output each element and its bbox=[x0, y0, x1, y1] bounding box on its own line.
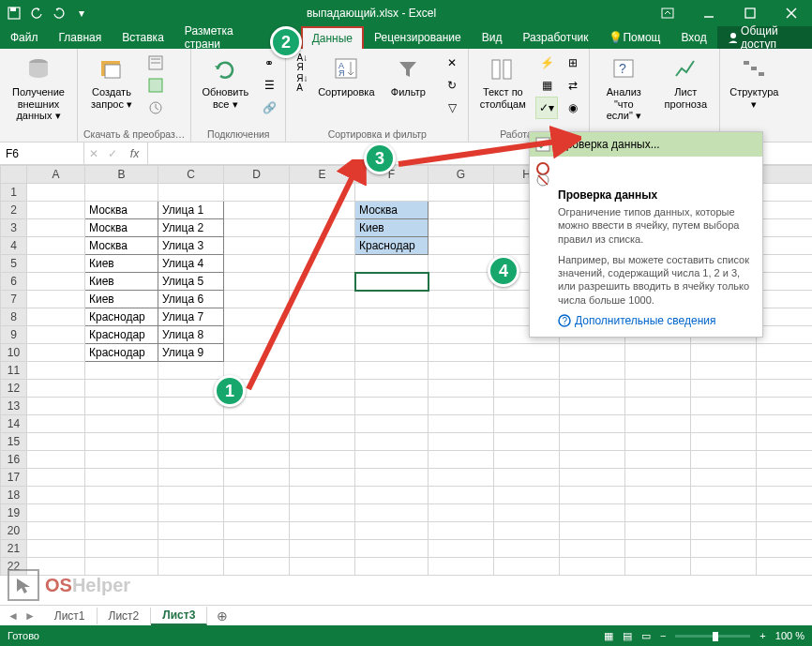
cell[interactable] bbox=[27, 291, 85, 308]
cell[interactable] bbox=[429, 540, 494, 558]
cell[interactable] bbox=[560, 522, 625, 540]
cell[interactable] bbox=[85, 184, 158, 202]
cell[interactable] bbox=[355, 184, 429, 202]
cell[interactable] bbox=[691, 522, 757, 540]
cell[interactable] bbox=[290, 469, 355, 487]
cell[interactable] bbox=[691, 380, 757, 398]
cell[interactable] bbox=[27, 326, 85, 344]
cell[interactable] bbox=[85, 487, 158, 504]
view-normal-icon[interactable]: ▦ bbox=[604, 630, 613, 642]
cell[interactable] bbox=[224, 273, 290, 291]
get-external-data-button[interactable]: Получение внешних данных ▾ bbox=[6, 53, 71, 124]
cell[interactable] bbox=[224, 237, 290, 255]
cell[interactable] bbox=[757, 380, 813, 398]
cell[interactable] bbox=[429, 380, 494, 398]
cell[interactable] bbox=[625, 558, 691, 576]
minimize-button[interactable] bbox=[688, 0, 729, 26]
cell[interactable] bbox=[27, 380, 85, 398]
cell[interactable] bbox=[625, 398, 691, 415]
cell[interactable] bbox=[290, 415, 355, 433]
cell[interactable] bbox=[27, 344, 85, 362]
cell[interactable] bbox=[757, 415, 813, 433]
sort-button[interactable]: AЯ Сортировка bbox=[318, 53, 374, 100]
cell[interactable] bbox=[290, 522, 355, 540]
edit-links-icon[interactable]: 🔗 bbox=[259, 98, 279, 118]
cell[interactable] bbox=[757, 398, 813, 415]
cell[interactable] bbox=[355, 308, 429, 326]
cell[interactable] bbox=[224, 540, 290, 558]
sheet-tab-1[interactable]: Лист1 bbox=[43, 608, 98, 624]
cell[interactable] bbox=[224, 504, 290, 522]
cell[interactable] bbox=[494, 469, 560, 487]
cell[interactable] bbox=[560, 398, 625, 415]
cell[interactable] bbox=[290, 433, 355, 451]
manage-data-model-icon[interactable]: ◉ bbox=[563, 98, 583, 118]
cell[interactable] bbox=[27, 522, 85, 540]
cell[interactable] bbox=[27, 433, 85, 451]
cell[interactable]: Улица 6 bbox=[158, 291, 224, 308]
cell[interactable] bbox=[494, 558, 560, 576]
cell[interactable]: Киев bbox=[85, 291, 158, 308]
cell[interactable]: Москва bbox=[85, 219, 158, 237]
cell[interactable] bbox=[560, 558, 625, 576]
cell[interactable] bbox=[625, 344, 691, 362]
share-button[interactable]: Общий доступ bbox=[717, 26, 812, 49]
cell[interactable]: Улица 4 bbox=[158, 255, 224, 273]
cell[interactable] bbox=[691, 362, 757, 380]
cell[interactable] bbox=[429, 362, 494, 380]
cell[interactable] bbox=[224, 202, 290, 219]
sort-desc-icon[interactable]: Я↓A bbox=[292, 73, 312, 94]
cell[interactable] bbox=[290, 380, 355, 398]
cell[interactable] bbox=[355, 415, 429, 433]
refresh-all-button[interactable]: Обновить все ▾ bbox=[197, 53, 253, 112]
cell[interactable] bbox=[290, 540, 355, 558]
cell[interactable] bbox=[757, 522, 813, 540]
cell[interactable] bbox=[355, 344, 429, 362]
cell[interactable] bbox=[290, 308, 355, 326]
cell[interactable]: Москва bbox=[355, 202, 429, 219]
cell[interactable] bbox=[290, 504, 355, 522]
cell[interactable] bbox=[691, 398, 757, 415]
cell[interactable] bbox=[290, 202, 355, 219]
ribbon-options-icon[interactable] bbox=[647, 0, 688, 26]
row-header[interactable]: 11 bbox=[1, 362, 27, 380]
cell[interactable] bbox=[429, 308, 494, 326]
cell[interactable] bbox=[224, 326, 290, 344]
cell[interactable] bbox=[757, 362, 813, 380]
row-header[interactable]: 21 bbox=[1, 540, 27, 558]
cell[interactable]: Улица 5 bbox=[158, 273, 224, 291]
cell[interactable] bbox=[494, 433, 560, 451]
cell[interactable] bbox=[85, 362, 158, 380]
fx-button[interactable]: fx bbox=[122, 143, 148, 164]
cell[interactable] bbox=[494, 344, 560, 362]
cell[interactable] bbox=[27, 362, 85, 380]
cell[interactable] bbox=[560, 540, 625, 558]
row-header[interactable]: 2 bbox=[1, 202, 27, 219]
cell[interactable] bbox=[429, 219, 494, 237]
row-header[interactable]: 6 bbox=[1, 273, 27, 291]
cell[interactable] bbox=[27, 398, 85, 415]
row-header[interactable]: 12 bbox=[1, 380, 27, 398]
cell[interactable] bbox=[224, 291, 290, 308]
cell[interactable] bbox=[355, 487, 429, 504]
flash-fill-icon[interactable]: ⚡ bbox=[536, 53, 557, 73]
cell[interactable]: Краснодар bbox=[355, 237, 429, 255]
cell[interactable] bbox=[27, 202, 85, 219]
cell[interactable] bbox=[290, 344, 355, 362]
clear-filter-icon[interactable]: ✕ bbox=[442, 53, 462, 73]
cell[interactable] bbox=[494, 398, 560, 415]
cell[interactable] bbox=[224, 487, 290, 504]
cell[interactable] bbox=[691, 504, 757, 522]
row-header[interactable]: 4 bbox=[1, 237, 27, 255]
row-header[interactable]: 17 bbox=[1, 469, 27, 487]
view-break-icon[interactable]: ▭ bbox=[641, 630, 651, 642]
cell[interactable] bbox=[224, 308, 290, 326]
sheet-nav-next[interactable]: ► bbox=[23, 609, 38, 623]
cell[interactable]: Москва bbox=[85, 237, 158, 255]
cell[interactable] bbox=[757, 308, 813, 326]
cell[interactable] bbox=[494, 522, 560, 540]
cell[interactable] bbox=[429, 469, 494, 487]
cell[interactable] bbox=[290, 398, 355, 415]
cell[interactable] bbox=[757, 433, 813, 451]
row-header[interactable]: 13 bbox=[1, 398, 27, 415]
